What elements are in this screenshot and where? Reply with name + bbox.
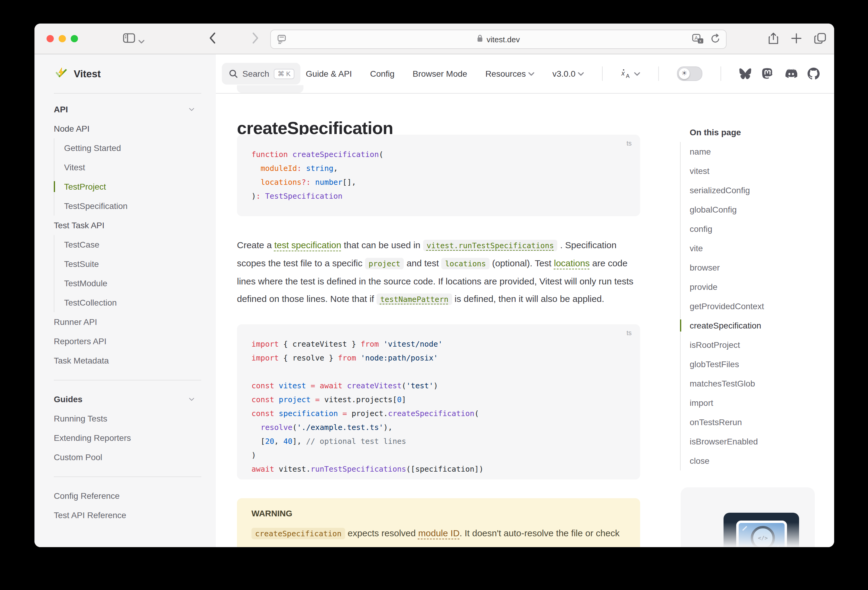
outline-item-matchestestglob[interactable]: matchesTestGlob <box>690 374 831 393</box>
outline-item-isrootproject[interactable]: isRootProject <box>690 335 831 355</box>
link-test-specification[interactable]: test specification <box>274 240 341 250</box>
outline-item-ontestsrerun[interactable]: onTestsRerun <box>690 412 831 432</box>
reload-icon[interactable] <box>711 34 720 45</box>
outline-item-getprovidedcontext[interactable]: getProvidedContext <box>690 297 831 316</box>
sidebar-item-testmodule[interactable]: TestModule <box>64 274 201 293</box>
divider <box>602 66 603 81</box>
forward-button[interactable] <box>252 32 259 47</box>
site-logo[interactable]: Vitest <box>54 54 201 94</box>
reader-icon[interactable] <box>277 34 286 46</box>
search-button[interactable]: Search ⌘ K <box>222 63 300 85</box>
code-lang-badge: ts <box>626 329 632 336</box>
warning-body: createSpecification expects resolved mod… <box>251 524 626 547</box>
code-line <box>251 365 626 379</box>
outline-item-globtestfiles[interactable]: globTestFiles <box>690 355 831 374</box>
new-tab-icon[interactable] <box>791 33 802 46</box>
sidebar-menu-chevron-icon[interactable] <box>139 35 145 47</box>
sidebar-item-testcase[interactable]: TestCase <box>64 235 201 254</box>
description-paragraph: Create a test specification that can be … <box>237 236 640 308</box>
outline-item-name[interactable]: name <box>690 142 831 161</box>
minimize-button[interactable] <box>59 35 66 42</box>
sidebar-item-testsuite[interactable]: TestSuite <box>64 254 201 274</box>
svg-text:A: A <box>695 35 698 41</box>
inline-code-createspecification: createSpecification <box>251 528 345 539</box>
nav-link-config[interactable]: Config <box>370 69 394 78</box>
warning-callout: WARNING createSpecification expects reso… <box>237 498 640 547</box>
back-button[interactable] <box>208 32 216 47</box>
github-icon[interactable] <box>807 68 820 80</box>
outline-item-close[interactable]: close <box>690 451 831 471</box>
sidebar-link-config-reference[interactable]: Config Reference <box>54 486 201 505</box>
search-icon <box>229 69 238 78</box>
sidebar-item-vitest[interactable]: Vitest <box>64 157 201 177</box>
nav-link-browser-mode[interactable]: Browser Mode <box>413 69 467 78</box>
nav-links: Guide & API Config Browser Mode Resource… <box>306 66 820 81</box>
link-testnamepattern[interactable]: testNamePattern <box>376 293 452 305</box>
address-bar[interactable]: vitest.dev Ax <box>270 29 726 49</box>
link-module-id[interactable]: module ID <box>418 528 460 538</box>
link-vitest-runtestspecifications[interactable]: vitest.runTestSpecifications <box>423 240 557 251</box>
vitest-logo-icon <box>54 66 68 81</box>
on-this-page: On this page namevitestserializedConfigg… <box>680 94 831 471</box>
outline-title: On this page <box>690 122 831 142</box>
chevron-down-icon <box>634 72 640 76</box>
browser-toolbar: vitest.dev Ax <box>34 24 834 54</box>
chevron-down-icon <box>188 106 195 113</box>
discord-icon[interactable] <box>784 69 797 79</box>
warning-title: WARNING <box>251 509 626 518</box>
outline-item-import[interactable]: import <box>690 393 831 412</box>
address-text: vitest.dev <box>487 35 520 44</box>
outline-item-vitest[interactable]: vitest <box>690 161 831 181</box>
outline-item-browser[interactable]: browser <box>690 258 831 277</box>
code-line: import { resolve } from 'node:path/posix… <box>251 351 626 365</box>
nav-dropdown-resources[interactable]: Resources <box>486 69 534 78</box>
code-line: const specification = project.createSpec… <box>251 406 626 420</box>
sidebar-item-testspecification[interactable]: TestSpecification <box>64 196 201 216</box>
outline-item-serializedconfig[interactable]: serializedConfig <box>690 181 831 200</box>
nav-dropdown-version[interactable]: v3.0.0 <box>552 69 584 78</box>
sidebar-link-custom-pool[interactable]: Custom Pool <box>54 447 201 467</box>
inline-code-locations: locations <box>441 258 489 269</box>
translate-page-icon[interactable]: Ax <box>692 34 704 46</box>
outline-item-isbrowserenabled[interactable]: isBrowserEnabled <box>690 432 831 451</box>
chevron-down-icon <box>578 72 584 76</box>
sidebar-divider <box>54 380 201 380</box>
sidebar-link-running-tests[interactable]: Running Tests <box>54 409 201 428</box>
code-line: import { createVitest } from 'vitest/nod… <box>251 337 626 351</box>
sidebar-sublist: Getting StartedVitestTestProjectTestSpec… <box>54 138 201 216</box>
share-icon[interactable] <box>768 32 778 47</box>
sidebar-link-task-metadata[interactable]: Task Metadata <box>54 351 201 370</box>
sidebar-toggle-icon[interactable] <box>123 32 136 46</box>
close-button[interactable] <box>47 35 54 42</box>
sidebar-link-extending-reporters[interactable]: Extending Reporters <box>54 428 201 447</box>
sidebar-item-getting-started[interactable]: Getting Started <box>64 138 201 157</box>
sidebar-header-api[interactable]: API <box>54 100 201 119</box>
sidebar-link-reporters-api[interactable]: Reporters API <box>54 331 201 351</box>
sidebar-link-test-api-reference[interactable]: Test API Reference <box>54 505 201 525</box>
outline-item-vite[interactable]: vite <box>690 238 831 258</box>
nav-link-guide-api[interactable]: Guide & API <box>306 69 352 78</box>
outline-item-config[interactable]: config <box>690 219 831 238</box>
outline-list: namevitestserializedConfigglobalConfigco… <box>680 142 831 471</box>
language-menu[interactable]: xA <box>621 69 640 78</box>
outline-item-provide[interactable]: provide <box>690 277 831 297</box>
inline-code-project: project <box>365 258 404 269</box>
code-lang-badge: ts <box>626 140 632 147</box>
sidebar-item-testcollection[interactable]: TestCollection <box>64 293 201 312</box>
sidebar-header-guides[interactable]: Guides <box>54 390 201 409</box>
outline-item-createspecification[interactable]: createSpecification <box>690 316 831 335</box>
zoom-button[interactable] <box>71 35 78 42</box>
sidebar-item-testproject[interactable]: TestProject <box>64 177 201 196</box>
theme-toggle[interactable]: ☀ <box>677 66 703 81</box>
bluesky-icon[interactable] <box>739 68 751 79</box>
mastodon-icon[interactable] <box>762 68 774 80</box>
desktop: vitest.dev Ax <box>0 0 868 590</box>
code-block-signature: ts function createSpecification( moduleI… <box>237 135 640 216</box>
sponsor-card[interactable]: </> <box>681 487 815 547</box>
sidebar-link-runner-api[interactable]: Runner API <box>54 312 201 331</box>
tab-overview-icon[interactable] <box>814 32 826 47</box>
link-locations[interactable]: locations <box>554 258 590 268</box>
code-line: await vitest.runTestSpecifications([spec… <box>251 462 626 476</box>
outline-item-globalconfig[interactable]: globalConfig <box>690 200 831 219</box>
svg-text:x: x <box>699 39 701 43</box>
